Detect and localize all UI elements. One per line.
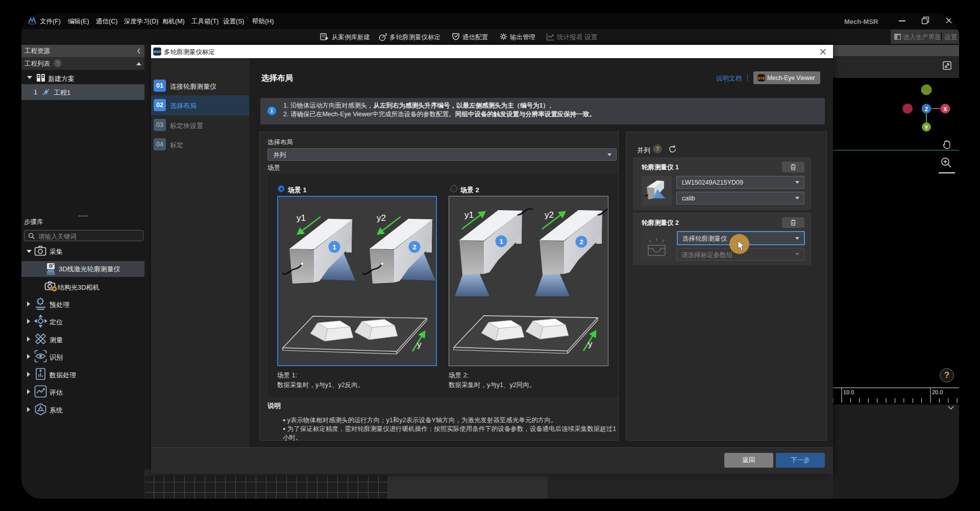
svg-text:10.0: 10.0 [843, 389, 854, 395]
svg-text:Y: Y [924, 124, 928, 131]
svg-text:Z: Z [925, 106, 928, 112]
svg-text:20.0: 20.0 [932, 389, 943, 395]
svg-text:y: y [588, 339, 593, 349]
svg-text:2: 2 [579, 238, 583, 246]
svg-text:X: X [943, 106, 947, 112]
svg-text:MSR: MSR [153, 50, 161, 54]
svg-text:y1: y1 [464, 210, 474, 220]
svg-text:y1: y1 [297, 213, 306, 223]
svg-text:2: 2 [385, 32, 387, 37]
svg-text:1: 1 [332, 243, 336, 251]
svg-text:2: 2 [412, 243, 416, 251]
svg-text:y2: y2 [377, 213, 386, 223]
svg-text:y: y [417, 340, 422, 349]
svg-text:1: 1 [499, 238, 503, 245]
svg-text:EYE: EYE [758, 76, 765, 80]
svg-text:y2: y2 [545, 210, 554, 220]
